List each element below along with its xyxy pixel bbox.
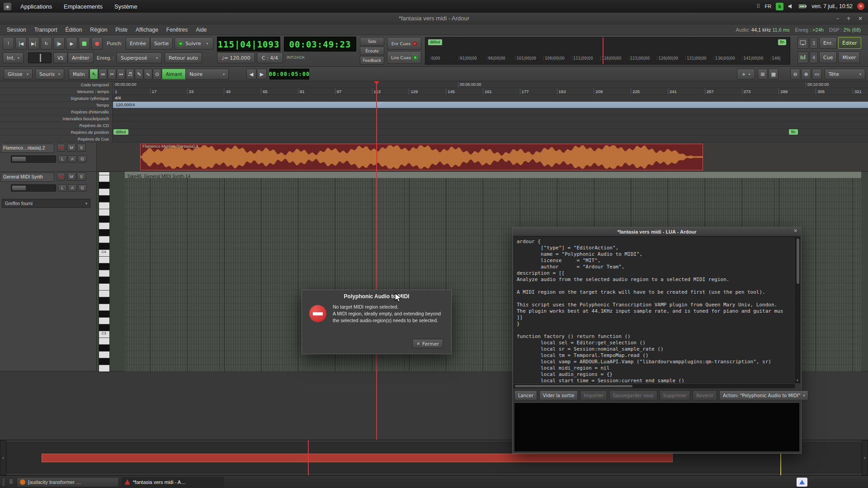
lua-script-button[interactable]: Lancer: [514, 390, 537, 400]
ruler-label[interactable]: Code temporel: [0, 81, 113, 88]
record-arm-button[interactable]: [57, 144, 65, 152]
loop-button[interactable]: ↻: [41, 37, 52, 50]
ruler-label[interactable]: Repères d'intervalle: [0, 108, 113, 115]
track-mini-button[interactable]: L: [58, 155, 67, 163]
system-clock[interactable]: ven. 7 juil., 10:52: [811, 3, 853, 9]
zoom-in-button[interactable]: ⊕: [801, 69, 811, 80]
menu-item[interactable]: Édition: [61, 27, 86, 33]
grid-mode-button[interactable]: Noire: [185, 69, 229, 80]
auto-return-button[interactable]: Retour auto: [165, 52, 202, 63]
draw-tool[interactable]: ✎: [135, 69, 143, 80]
meter-marker[interactable]: 4/4: [115, 95, 121, 100]
zoom-out-button[interactable]: ⊖: [790, 69, 800, 80]
snap-toggle-button[interactable]: Aimant: [162, 69, 186, 80]
midi-region-header[interactable]: Take45_General MIDI Synth-14: [125, 172, 861, 178]
goto-end-button[interactable]: ▶|: [28, 37, 39, 50]
track-mini-button[interactable]: G: [78, 184, 87, 192]
tempo-button[interactable]: ♩= 120,000: [217, 52, 255, 63]
track-name-midi[interactable]: General MIDI Synth: [1, 173, 54, 182]
notification-grid-icon[interactable]: ⠿: [756, 3, 760, 9]
lua-window-titlebar[interactable]: *fantasia vers midi - LUA - Ardour ✕: [513, 227, 801, 236]
ruler-label[interactable]: Repères de Cue: [0, 136, 113, 142]
range-markers-ruler[interactable]: [113, 108, 868, 115]
shuttle-stop-button[interactable]: Arrêter: [68, 52, 94, 63]
cue-markers-ruler[interactable]: [113, 136, 868, 142]
applications-menu-icon[interactable]: ◈: [4, 3, 11, 10]
gain-fader[interactable]: [11, 184, 56, 192]
horizontal-scrollbar[interactable]: [514, 384, 795, 388]
add-marker-button[interactable]: +: [737, 69, 755, 80]
show-desktop-button[interactable]: [2, 478, 5, 487]
menu-item[interactable]: Affichage: [132, 27, 162, 33]
track-mini-button[interactable]: L: [58, 184, 67, 192]
zoom-focus-button[interactable]: Tête: [825, 69, 865, 80]
close-icon[interactable]: ✕: [794, 228, 797, 233]
play-button[interactable]: ▶: [66, 37, 77, 50]
lua-script-editor[interactable]: ardour { ["type"] = "EditorAction", name…: [514, 236, 796, 383]
zoom-fit-button[interactable]: ▭: [812, 69, 822, 80]
layering-mode-button[interactable]: Superposé: [117, 52, 162, 63]
ardour-titlebar[interactable]: *fantasia vers midi - Ardour – + ✕: [0, 13, 868, 24]
tempo-marker[interactable]: 120,000/4: [116, 102, 135, 107]
monitor-button[interactable]: Feedback: [360, 56, 384, 65]
menu-item[interactable]: Région: [86, 27, 111, 33]
end-location-marker[interactable]: fin: [789, 129, 798, 135]
play-selection-button[interactable]: |▶: [53, 37, 65, 50]
nudge-forward-button[interactable]: ▶: [257, 69, 267, 80]
minimize-button[interactable]: –: [836, 15, 839, 22]
track-name-audio[interactable]: Flamenco…ntasia).2: [1, 144, 54, 153]
page-button[interactable]: Mixer: [838, 52, 860, 63]
mute-solo-button[interactable]: S: [77, 173, 86, 181]
page-button[interactable]: Enr.: [819, 37, 837, 49]
menu-item[interactable]: Fenêtres: [162, 27, 192, 33]
lua-script-button[interactable]: Revenir: [693, 390, 717, 400]
meter-button[interactable]: C : 4/4: [257, 52, 283, 63]
lua-action-select[interactable]: Action: "Polyphonic Audio to MIDI": [719, 390, 808, 400]
system-close-icon[interactable]: ✕: [857, 3, 864, 10]
track-mini-button[interactable]: A: [68, 155, 77, 163]
punch-in-button[interactable]: Entrée: [126, 37, 150, 50]
taskbar-window-button[interactable]: [audacity transformer …: [17, 477, 119, 487]
nudge-back-button[interactable]: ◀: [246, 69, 256, 80]
ruler-label[interactable]: Signature rythmique: [0, 95, 113, 102]
system-menu-item[interactable]: Applications: [19, 3, 54, 10]
smart-mode-button[interactable]: Malin: [69, 69, 89, 80]
play-cues-button[interactable]: Lire Cues: [387, 51, 421, 64]
mini-timeline[interactable]: début fin 0|0091|00|0096|00|00101|00|001…: [425, 37, 790, 65]
plugin-selector[interactable]: Greffon fourni: [2, 199, 90, 208]
meter-ruler[interactable]: 4/4: [113, 95, 868, 102]
lua-script-button[interactable]: Vider la sortie: [539, 390, 578, 400]
track-mini-button[interactable]: A: [68, 184, 77, 192]
timecode-ruler[interactable]: 00:00:00:00 00:05:00:00 00:10:00:00: [113, 81, 868, 88]
mute-solo-button[interactable]: M: [67, 144, 76, 152]
grab-tool[interactable]: ↖: [90, 69, 98, 80]
edit-point-button[interactable]: Souris: [35, 69, 64, 80]
lua-script-button[interactable]: Sauvegarder sous: [609, 390, 657, 400]
menu-item[interactable]: Piste: [111, 27, 132, 33]
menu-item[interactable]: Aide: [192, 27, 211, 33]
window-chip-top[interactable]: 3: [810, 37, 818, 49]
tempo-ruler[interactable]: 120,000/4: [113, 102, 868, 108]
vertical-scrollbar[interactable]: ▾: [796, 237, 800, 383]
page-button[interactable]: Cue: [819, 52, 837, 63]
track-header-midi[interactable]: General MIDI Synth MS LAG Greffon fourni: [0, 172, 97, 371]
page-button[interactable]: Éditer: [838, 37, 861, 49]
mute-solo-button[interactable]: M: [67, 173, 76, 181]
shuttle-thumb[interactable]: [40, 54, 41, 62]
lua-script-button[interactable]: Importer: [580, 390, 607, 400]
secondary-clock[interactable]: 00:03:49:23: [284, 37, 356, 52]
dialog-close-button[interactable]: ✕Fermer: [412, 339, 443, 348]
drag-mode-button[interactable]: Glisse: [4, 69, 33, 80]
audio-region[interactable]: Flamenco Mystico (Fantasia).3: [140, 144, 703, 170]
ruler-label[interactable]: Intervalles boucle/punch: [0, 115, 113, 122]
ruler-label[interactable]: Mesures : temps: [0, 88, 113, 95]
ruler-label[interactable]: Repères de position: [0, 129, 113, 136]
track-header-audio[interactable]: Flamenco…ntasia).2 MS LAG: [0, 143, 97, 172]
system-menu-item[interactable]: Emplacements: [62, 3, 104, 10]
location-markers-ruler[interactable]: début fin: [113, 129, 868, 136]
ruler-label[interactable]: Tempo: [0, 102, 113, 108]
stack-display-icon[interactable]: ▦: [769, 69, 778, 80]
window-chip-bottom[interactable]: 4: [810, 52, 818, 63]
maximize-button[interactable]: +: [846, 15, 851, 22]
monitor-window-icon[interactable]: [797, 37, 808, 49]
